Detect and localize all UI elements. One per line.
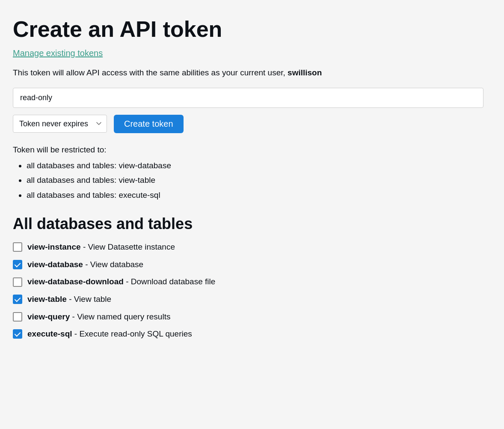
controls-row: Token never expires1 hour1 day7 days30 d… bbox=[13, 115, 491, 133]
permission-item-view-database: view-database - View database bbox=[13, 259, 491, 271]
permissions-list: view-instance - View Datasette instancev… bbox=[13, 241, 491, 340]
perm-name-view-database-download: view-database-download bbox=[27, 277, 124, 286]
perm-name-view-table: view-table bbox=[27, 295, 67, 304]
checkbox-view-database-download[interactable] bbox=[13, 277, 22, 287]
username: swillison bbox=[288, 68, 322, 77]
checkbox-view-query[interactable] bbox=[13, 312, 22, 322]
page-title: Create an API token bbox=[13, 17, 491, 42]
perm-desc-execute-sql: Execute read-only SQL queries bbox=[79, 329, 192, 338]
perm-name-view-query: view-query bbox=[27, 312, 70, 321]
restriction-item: all databases and tables: view-database bbox=[27, 160, 491, 172]
checkbox-view-database[interactable] bbox=[13, 260, 22, 269]
description-prefix: This token will allow API access with th… bbox=[13, 68, 288, 77]
permission-item-execute-sql: execute-sql - Execute read-only SQL quer… bbox=[13, 328, 491, 340]
perm-desc-view-table: View table bbox=[74, 295, 111, 304]
perm-desc-view-query: View named query results bbox=[77, 312, 170, 321]
perm-name-view-database: view-database bbox=[27, 260, 83, 269]
manage-tokens-link[interactable]: Manage existing tokens bbox=[13, 48, 103, 58]
permission-item-view-query: view-query - View named query results bbox=[13, 311, 491, 323]
checkbox-view-instance[interactable] bbox=[13, 242, 22, 252]
all-databases-heading: All databases and tables bbox=[13, 215, 491, 233]
restriction-item: all databases and tables: view-table bbox=[27, 174, 491, 187]
token-name-input[interactable] bbox=[13, 88, 483, 108]
description-text: This token will allow API access with th… bbox=[13, 67, 491, 79]
permission-item-view-instance: view-instance - View Datasette instance bbox=[13, 241, 491, 253]
perm-name-view-instance: view-instance bbox=[27, 242, 81, 251]
checkbox-view-table[interactable] bbox=[13, 295, 22, 304]
perm-desc-view-database: View database bbox=[90, 260, 143, 269]
restriction-label: Token will be restricted to: bbox=[13, 145, 491, 155]
permission-item-view-database-download: view-database-download - Download databa… bbox=[13, 276, 491, 288]
create-token-button[interactable]: Create token bbox=[114, 115, 184, 133]
restriction-list: all databases and tables: view-databasea… bbox=[13, 160, 491, 202]
permission-item-view-table: view-table - View table bbox=[13, 294, 491, 305]
checkbox-execute-sql[interactable] bbox=[13, 329, 22, 339]
expires-select[interactable]: Token never expires1 hour1 day7 days30 d… bbox=[13, 115, 107, 133]
restriction-item: all databases and tables: execute-sql bbox=[27, 189, 491, 202]
perm-desc-view-database-download: Download database file bbox=[131, 277, 216, 286]
perm-desc-view-instance: View Datasette instance bbox=[88, 242, 175, 251]
perm-name-execute-sql: execute-sql bbox=[27, 329, 72, 338]
